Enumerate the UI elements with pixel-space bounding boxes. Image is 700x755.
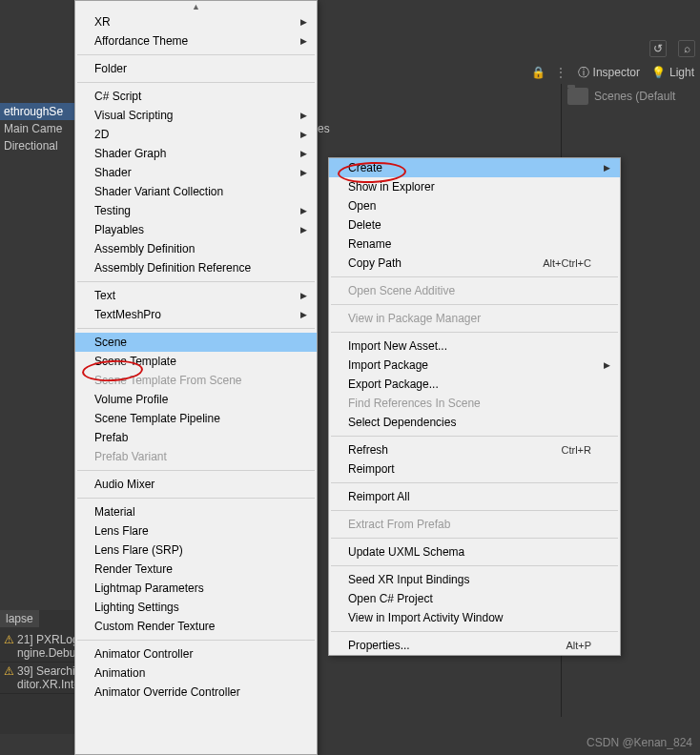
ctx-item-create[interactable]: Create▶	[329, 158, 620, 177]
create-item-textmeshpro[interactable]: TextMeshPro▶	[75, 305, 317, 324]
console-entry[interactable]: ⚠ 21] PXRLog ngine.Debug	[0, 631, 74, 663]
ctx-item-reimport-all[interactable]: Reimport All	[329, 487, 620, 506]
menu-separator	[77, 328, 315, 329]
console-entry[interactable]: ⚠ 39] Searchin ditor.XR.Inte	[0, 663, 74, 694]
ctx-item-open-c-project[interactable]: Open C# Project	[329, 589, 620, 608]
ctx-item-delete[interactable]: Delete	[329, 215, 620, 235]
scroll-up-arrow[interactable]: ▲	[75, 1, 317, 12]
create-item-shader-variant-collection[interactable]: Shader Variant Collection	[75, 182, 317, 201]
menu-item-label: Extract From Prefab	[348, 518, 450, 531]
create-item-visual-scripting[interactable]: Visual Scripting▶	[75, 106, 317, 125]
create-item-material[interactable]: Material	[75, 502, 317, 521]
menu-item-label: Playables	[94, 223, 144, 236]
menu-separator	[331, 482, 618, 483]
submenu-arrow-icon: ▶	[300, 168, 307, 177]
history-icon[interactable]: ↺	[649, 40, 667, 57]
create-item-prefab-variant: Prefab Variant	[75, 447, 317, 466]
create-item-prefab[interactable]: Prefab	[75, 428, 317, 447]
create-item-2d[interactable]: 2D▶	[75, 125, 317, 144]
menu-item-label: Select Dependencies	[348, 416, 456, 429]
create-item-volume-profile[interactable]: Volume Profile	[75, 390, 317, 409]
submenu-arrow-icon: ▶	[300, 206, 307, 215]
create-item-shader[interactable]: Shader▶	[75, 163, 317, 182]
create-item-assembly-definition[interactable]: Assembly Definition	[75, 239, 317, 258]
hierarchy-selected[interactable]: ethroughSe	[0, 103, 74, 120]
menu-item-label: Lighting Settings	[94, 601, 179, 614]
ctx-item-import-package[interactable]: Import Package▶	[329, 356, 620, 375]
ctx-item-update-uxml-schema[interactable]: Update UXML Schema	[329, 542, 620, 561]
submenu-arrow-icon: ▶	[604, 360, 610, 370]
create-item-animator-controller[interactable]: Animator Controller	[75, 644, 317, 663]
create-item-scene-template[interactable]: Scene Template	[75, 352, 317, 371]
menu-separator	[77, 470, 315, 471]
create-item-scene[interactable]: Scene	[75, 333, 317, 352]
ctx-item-seed-xr-input-bindings[interactable]: Seed XR Input Bindings	[329, 570, 620, 589]
menu-item-label: Scene Template From Scene	[94, 374, 242, 387]
submenu-arrow-icon: ▶	[300, 310, 307, 319]
search-icon[interactable]: ⌕	[678, 40, 695, 57]
ctx-item-import-new-asset-[interactable]: Import New Asset...	[329, 337, 620, 356]
create-item-c-script[interactable]: C# Script	[75, 87, 317, 106]
ctx-item-view-in-import-activity-window[interactable]: View in Import Activity Window	[329, 608, 620, 627]
tab-label: Light	[669, 66, 694, 79]
create-item-playables[interactable]: Playables▶	[75, 220, 317, 239]
menu-item-label: Export Package...	[348, 378, 439, 391]
create-item-affordance-theme[interactable]: Affordance Theme▶	[75, 31, 317, 51]
create-item-text[interactable]: Text▶	[75, 286, 317, 305]
hierarchy-item[interactable]: Main Came	[0, 120, 74, 137]
create-item-animator-override-controller[interactable]: Animator Override Controller	[75, 683, 317, 702]
menu-shortcut: Ctrl+R	[562, 444, 591, 456]
create-item-lens-flare[interactable]: Lens Flare	[75, 521, 317, 541]
submenu-arrow-icon: ▶	[300, 149, 307, 158]
menu-separator	[331, 436, 618, 437]
lock-icon[interactable]: 🔒	[531, 66, 546, 79]
create-item-testing[interactable]: Testing▶	[75, 201, 317, 220]
menu-item-label: Audio Mixer	[94, 478, 154, 491]
ctx-item-refresh[interactable]: RefreshCtrl+R	[329, 440, 620, 459]
console-panel: lapse ⚠ 21] PXRLog ngine.Debug ⚠ 39] Sea…	[0, 610, 74, 734]
menu-separator	[331, 565, 618, 566]
top-toolbar: ↺ ⌕	[318, 38, 695, 59]
create-item-scene-template-pipeline[interactable]: Scene Template Pipeline	[75, 409, 317, 428]
menu-item-label: 2D	[94, 128, 109, 141]
menu-separator	[331, 304, 618, 305]
tab-inspector[interactable]: ⓘ Inspector	[572, 63, 646, 83]
light-icon: 💡	[651, 66, 666, 79]
create-item-folder[interactable]: Folder	[75, 59, 317, 78]
menu-item-label: Assembly Definition Reference	[94, 261, 251, 275]
ctx-item-show-in-explorer[interactable]: Show in Explorer	[329, 177, 620, 196]
ctx-item-properties-[interactable]: Properties...Alt+P	[329, 636, 620, 655]
create-item-animation[interactable]: Animation	[75, 663, 317, 683]
create-item-custom-render-texture[interactable]: Custom Render Texture	[75, 617, 317, 636]
menu-item-label: Volume Profile	[94, 393, 168, 406]
menu-item-label: Animation	[94, 666, 145, 680]
submenu-arrow-icon: ▶	[604, 163, 610, 173]
submenu-arrow-icon: ▶	[300, 36, 307, 46]
hierarchy-item[interactable]: Directional	[0, 137, 74, 154]
console-tab[interactable]: lapse	[0, 610, 39, 627]
menu-dots-icon[interactable]: ⋮	[555, 66, 566, 79]
ctx-item-reimport[interactable]: Reimport	[329, 459, 620, 479]
ctx-item-rename[interactable]: Rename	[329, 235, 620, 254]
create-item-lens-flare-srp-[interactable]: Lens Flare (SRP)	[75, 541, 317, 560]
menu-item-label: Text	[94, 289, 115, 302]
folder-header[interactable]: Scenes (Default	[562, 84, 700, 109]
create-item-audio-mixer[interactable]: Audio Mixer	[75, 475, 317, 494]
create-item-assembly-definition-reference[interactable]: Assembly Definition Reference	[75, 258, 317, 277]
menu-item-label: Scene	[94, 336, 127, 349]
menu-item-label: View in Package Manager	[348, 312, 481, 325]
menu-item-label: Show in Explorer	[348, 180, 435, 194]
favorites-fragment: es	[318, 122, 337, 135]
menu-separator	[77, 82, 315, 83]
ctx-item-open[interactable]: Open	[329, 196, 620, 215]
create-item-lightmap-parameters[interactable]: Lightmap Parameters	[75, 579, 317, 598]
create-item-xr[interactable]: XR▶	[75, 12, 317, 31]
tab-lighting[interactable]: 💡 Light	[646, 64, 700, 81]
ctx-item-copy-path[interactable]: Copy PathAlt+Ctrl+C	[329, 254, 620, 273]
ctx-item-export-package-[interactable]: Export Package...	[329, 375, 620, 394]
watermark: CSDN @Kenan_824	[587, 736, 692, 749]
create-item-shader-graph[interactable]: Shader Graph▶	[75, 144, 317, 163]
create-item-render-texture[interactable]: Render Texture	[75, 560, 317, 579]
ctx-item-select-dependencies[interactable]: Select Dependencies	[329, 413, 620, 432]
create-item-lighting-settings[interactable]: Lighting Settings	[75, 598, 317, 617]
